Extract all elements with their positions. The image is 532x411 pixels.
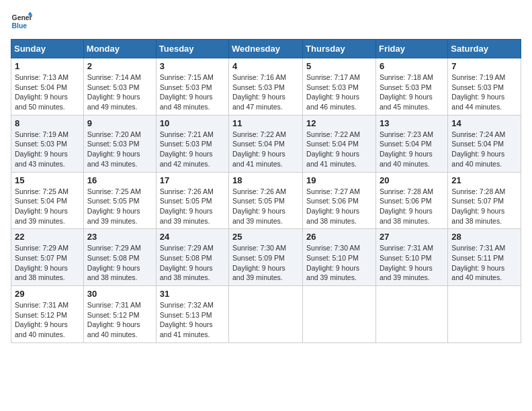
svg-text:General: General — [12, 14, 32, 21]
calendar-cell: 16 Sunrise: 7:25 AMSunset: 5:05 PMDaylig… — [83, 172, 156, 229]
day-number: 21 — [451, 175, 517, 185]
day-info: Sunrise: 7:15 AMSunset: 5:03 PMDaylight:… — [160, 73, 214, 111]
day-number: 11 — [232, 118, 299, 128]
day-info: Sunrise: 7:28 AMSunset: 5:06 PMDaylight:… — [380, 187, 433, 225]
day-number: 7 — [451, 61, 517, 71]
day-number: 29 — [15, 289, 80, 299]
day-info: Sunrise: 7:20 AMSunset: 5:03 PMDaylight:… — [87, 130, 141, 168]
day-header-tuesday: Tuesday — [156, 40, 228, 58]
day-number: 31 — [160, 289, 225, 299]
day-number: 5 — [306, 61, 372, 71]
day-number: 16 — [87, 175, 152, 185]
day-number: 14 — [451, 118, 517, 128]
calendar-cell: 18 Sunrise: 7:26 AMSunset: 5:05 PMDaylig… — [229, 172, 303, 229]
day-number: 25 — [232, 232, 299, 242]
day-header-thursday: Thursday — [303, 40, 376, 58]
calendar-cell — [229, 286, 303, 343]
calendar-cell: 30 Sunrise: 7:31 AMSunset: 5:12 PMDaylig… — [83, 286, 156, 343]
day-info: Sunrise: 7:23 AMSunset: 5:04 PMDaylight:… — [380, 130, 433, 168]
calendar-cell: 27 Sunrise: 7:31 AMSunset: 5:10 PMDaylig… — [375, 229, 447, 286]
day-info: Sunrise: 7:22 AMSunset: 5:04 PMDaylight:… — [306, 130, 360, 168]
day-info: Sunrise: 7:21 AMSunset: 5:03 PMDaylight:… — [160, 130, 214, 168]
day-info: Sunrise: 7:32 AMSunset: 5:13 PMDaylight:… — [160, 301, 214, 338]
day-number: 22 — [15, 232, 80, 242]
days-header-row: SundayMondayTuesdayWednesdayThursdayFrid… — [11, 40, 521, 58]
calendar-cell: 2 Sunrise: 7:14 AMSunset: 5:03 PMDayligh… — [83, 58, 156, 116]
day-info: Sunrise: 7:30 AMSunset: 5:09 PMDaylight:… — [232, 244, 286, 281]
day-info: Sunrise: 7:29 AMSunset: 5:07 PMDaylight:… — [15, 244, 69, 281]
day-number: 4 — [232, 61, 299, 71]
day-info: Sunrise: 7:31 AMSunset: 5:12 PMDaylight:… — [87, 301, 141, 338]
calendar-cell: 1 Sunrise: 7:13 AMSunset: 5:04 PMDayligh… — [11, 58, 84, 116]
week-row-3: 15 Sunrise: 7:25 AMSunset: 5:04 PMDaylig… — [11, 172, 521, 229]
calendar-cell: 28 Sunrise: 7:31 AMSunset: 5:11 PMDaylig… — [448, 229, 521, 286]
day-number: 26 — [306, 232, 372, 242]
day-number: 8 — [15, 118, 80, 128]
logo: General Blue — [11, 11, 35, 32]
day-header-saturday: Saturday — [448, 40, 521, 58]
calendar-cell: 14 Sunrise: 7:24 AMSunset: 5:04 PMDaylig… — [448, 115, 521, 172]
day-number: 18 — [232, 175, 299, 185]
calendar-table: SundayMondayTuesdayWednesdayThursdayFrid… — [11, 39, 521, 343]
day-number: 15 — [15, 175, 80, 185]
day-number: 17 — [160, 175, 225, 185]
calendar-cell: 10 Sunrise: 7:21 AMSunset: 5:03 PMDaylig… — [156, 115, 228, 172]
day-number: 1 — [15, 61, 80, 71]
day-info: Sunrise: 7:26 AMSunset: 5:05 PMDaylight:… — [160, 187, 214, 225]
week-row-2: 8 Sunrise: 7:19 AMSunset: 5:03 PMDayligh… — [11, 115, 521, 172]
day-number: 10 — [160, 118, 225, 128]
calendar-cell: 9 Sunrise: 7:20 AMSunset: 5:03 PMDayligh… — [83, 115, 156, 172]
calendar-cell: 3 Sunrise: 7:15 AMSunset: 5:03 PMDayligh… — [156, 58, 228, 116]
svg-text:Blue: Blue — [12, 22, 28, 30]
day-info: Sunrise: 7:13 AMSunset: 5:04 PMDaylight:… — [15, 73, 69, 111]
day-number: 19 — [306, 175, 372, 185]
logo-icon: General Blue — [11, 11, 32, 32]
day-number: 3 — [160, 61, 225, 71]
day-header-friday: Friday — [375, 40, 447, 58]
day-info: Sunrise: 7:19 AMSunset: 5:03 PMDaylight:… — [15, 130, 69, 168]
calendar-cell: 7 Sunrise: 7:19 AMSunset: 5:03 PMDayligh… — [448, 58, 521, 116]
day-info: Sunrise: 7:16 AMSunset: 5:03 PMDaylight:… — [232, 73, 286, 111]
day-number: 12 — [306, 118, 372, 128]
calendar-cell: 22 Sunrise: 7:29 AMSunset: 5:07 PMDaylig… — [11, 229, 84, 286]
day-number: 23 — [87, 232, 152, 242]
day-info: Sunrise: 7:27 AMSunset: 5:06 PMDaylight:… — [306, 187, 360, 225]
calendar-cell: 20 Sunrise: 7:28 AMSunset: 5:06 PMDaylig… — [375, 172, 447, 229]
calendar-cell: 13 Sunrise: 7:23 AMSunset: 5:04 PMDaylig… — [375, 115, 447, 172]
day-info: Sunrise: 7:29 AMSunset: 5:08 PMDaylight:… — [160, 244, 214, 281]
calendar-cell: 5 Sunrise: 7:17 AMSunset: 5:03 PMDayligh… — [303, 58, 376, 116]
day-number: 13 — [380, 118, 444, 128]
day-number: 24 — [160, 232, 225, 242]
calendar-cell: 11 Sunrise: 7:22 AMSunset: 5:04 PMDaylig… — [229, 115, 303, 172]
day-info: Sunrise: 7:25 AMSunset: 5:05 PMDaylight:… — [87, 187, 141, 225]
day-number: 20 — [380, 175, 444, 185]
day-number: 9 — [87, 118, 152, 128]
day-info: Sunrise: 7:14 AMSunset: 5:03 PMDaylight:… — [87, 73, 141, 111]
calendar-cell: 24 Sunrise: 7:29 AMSunset: 5:08 PMDaylig… — [156, 229, 228, 286]
page-header: General Blue — [11, 11, 521, 32]
day-info: Sunrise: 7:28 AMSunset: 5:07 PMDaylight:… — [451, 187, 505, 225]
day-info: Sunrise: 7:30 AMSunset: 5:10 PMDaylight:… — [306, 244, 360, 281]
day-info: Sunrise: 7:29 AMSunset: 5:08 PMDaylight:… — [87, 244, 141, 281]
calendar-cell: 19 Sunrise: 7:27 AMSunset: 5:06 PMDaylig… — [303, 172, 376, 229]
calendar-cell: 25 Sunrise: 7:30 AMSunset: 5:09 PMDaylig… — [229, 229, 303, 286]
day-info: Sunrise: 7:31 AMSunset: 5:10 PMDaylight:… — [380, 244, 433, 281]
calendar-cell: 15 Sunrise: 7:25 AMSunset: 5:04 PMDaylig… — [11, 172, 84, 229]
calendar-cell: 23 Sunrise: 7:29 AMSunset: 5:08 PMDaylig… — [83, 229, 156, 286]
day-info: Sunrise: 7:19 AMSunset: 5:03 PMDaylight:… — [451, 73, 505, 111]
calendar-cell — [448, 286, 521, 343]
calendar-cell: 26 Sunrise: 7:30 AMSunset: 5:10 PMDaylig… — [303, 229, 376, 286]
calendar-cell: 12 Sunrise: 7:22 AMSunset: 5:04 PMDaylig… — [303, 115, 376, 172]
day-info: Sunrise: 7:22 AMSunset: 5:04 PMDaylight:… — [232, 130, 286, 168]
week-row-1: 1 Sunrise: 7:13 AMSunset: 5:04 PMDayligh… — [11, 58, 521, 116]
calendar-cell — [375, 286, 447, 343]
day-header-wednesday: Wednesday — [229, 40, 303, 58]
day-number: 6 — [380, 61, 444, 71]
calendar-cell: 17 Sunrise: 7:26 AMSunset: 5:05 PMDaylig… — [156, 172, 228, 229]
day-info: Sunrise: 7:31 AMSunset: 5:11 PMDaylight:… — [451, 244, 505, 281]
day-number: 27 — [380, 232, 444, 242]
calendar-cell: 8 Sunrise: 7:19 AMSunset: 5:03 PMDayligh… — [11, 115, 84, 172]
calendar-cell: 29 Sunrise: 7:31 AMSunset: 5:12 PMDaylig… — [11, 286, 84, 343]
day-info: Sunrise: 7:24 AMSunset: 5:04 PMDaylight:… — [451, 130, 505, 168]
day-info: Sunrise: 7:17 AMSunset: 5:03 PMDaylight:… — [306, 73, 360, 111]
